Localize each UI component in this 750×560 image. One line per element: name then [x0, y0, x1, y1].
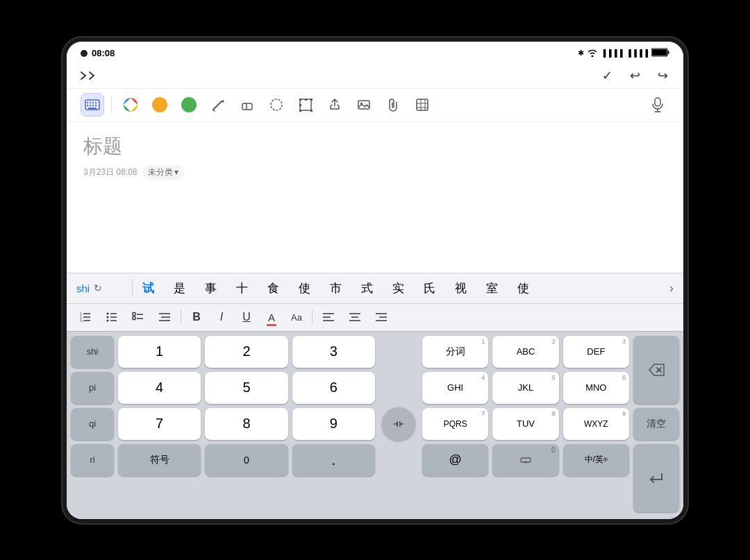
battery-icon	[651, 48, 669, 58]
key-6[interactable]: 6	[292, 372, 375, 404]
list-numbered-button[interactable]: 1. 2. 3.	[74, 307, 97, 328]
svg-line-4	[81, 76, 85, 79]
key-enter[interactable]	[633, 444, 679, 512]
green-color-button[interactable]	[177, 93, 201, 117]
note-category-tag[interactable]: 未分类 ▾	[142, 165, 184, 180]
transform-button[interactable]	[294, 93, 317, 117]
bold-button[interactable]: B	[185, 307, 208, 328]
key-ghi[interactable]: 3 DEF	[563, 336, 629, 368]
svg-line-19	[213, 110, 215, 111]
ime-candidate-3[interactable]: 十	[226, 280, 258, 296]
check-button[interactable]: ✓	[597, 66, 617, 85]
key-at[interactable]: @	[422, 444, 488, 476]
key-tuv[interactable]: 7 PQRS	[422, 408, 488, 440]
svg-line-18	[213, 101, 222, 110]
align-right-button[interactable]	[369, 307, 393, 328]
svg-rect-1	[652, 49, 667, 56]
svg-rect-8	[87, 102, 88, 103]
key-mno[interactable]: 5 JKL	[492, 372, 558, 404]
redo-button[interactable]: ↪	[653, 66, 672, 85]
key-def[interactable]: 2 ABC	[492, 336, 558, 368]
font-color-button[interactable]: A	[260, 307, 283, 328]
indent-button[interactable]	[153, 307, 176, 328]
finger-tool-button[interactable]	[323, 93, 347, 117]
key-space[interactable]: 0	[492, 444, 558, 476]
underline-button[interactable]: U	[235, 307, 258, 328]
eraser-button[interactable]	[235, 93, 259, 117]
ime-candidate-4[interactable]: 食	[258, 280, 289, 296]
svg-point-48	[107, 316, 109, 319]
svg-line-3	[81, 72, 85, 76]
top-action-toolbar: ✓ ↩ ↪	[67, 64, 683, 89]
undo-button[interactable]: ↩	[625, 66, 644, 85]
svg-rect-14	[92, 105, 94, 106]
svg-rect-24	[299, 99, 301, 101]
pinyin-qi[interactable]: qi	[71, 408, 114, 440]
svg-rect-28	[299, 110, 301, 112]
key-delete[interactable]	[633, 336, 679, 404]
key-pqrs[interactable]: 6 MNO	[563, 372, 629, 404]
key-abc[interactable]: 1 分词	[422, 336, 488, 368]
ime-candidate-8[interactable]: 实	[383, 280, 414, 296]
key-7[interactable]: 7	[118, 408, 201, 440]
palette-button[interactable]	[119, 93, 142, 117]
svg-point-50	[107, 320, 109, 322]
pinyin-ri[interactable]: ri	[71, 444, 114, 476]
ime-candidate-5[interactable]: 使	[289, 280, 320, 296]
ime-candidate-12[interactable]: 使	[508, 280, 539, 296]
ime-candidate-11[interactable]: 室	[476, 280, 508, 296]
key-clear[interactable]: 清空	[633, 408, 679, 440]
attach-button[interactable]	[381, 93, 405, 117]
texture-button[interactable]	[410, 93, 434, 117]
key-8[interactable]: 8	[205, 408, 288, 440]
key-jkl[interactable]: 4 GHI	[422, 372, 488, 404]
image-insert-button[interactable]	[352, 93, 376, 117]
pencil-button[interactable]	[206, 93, 230, 117]
svg-rect-29	[310, 110, 312, 112]
dropdown-arrow: ▾	[174, 167, 178, 177]
list-check-button[interactable]	[126, 307, 150, 328]
ime-candidate-1[interactable]: 是	[164, 280, 195, 296]
note-content-area[interactable]: 标题 3月23日 08:08 未分类 ▾	[67, 122, 683, 273]
font-size-button[interactable]: Aa	[285, 307, 308, 328]
align-center-button[interactable]	[343, 307, 367, 328]
key-symbols[interactable]: 符号	[118, 444, 201, 476]
key-4[interactable]: 4	[118, 372, 201, 404]
key-lang[interactable]: 中/英®	[563, 444, 629, 476]
ime-candidate-6[interactable]: 市	[320, 280, 351, 296]
svg-rect-26	[310, 99, 312, 101]
keyboard-bottom-spacer	[67, 512, 683, 519]
ime-suggestion-bar: shi ↻ 试 是 事 十 食 使 市 式 实 氏 视 室 使 ›	[67, 273, 683, 303]
key-1[interactable]: 1	[118, 336, 201, 368]
key-0[interactable]: 0	[205, 444, 288, 476]
key-2[interactable]: 2	[205, 336, 288, 368]
key-wxyz2[interactable]: 9 WXYZ	[563, 408, 629, 440]
align-left-button[interactable]	[317, 307, 340, 328]
lasso-button[interactable]	[265, 93, 288, 117]
keyboard-tool-button[interactable]	[81, 93, 104, 117]
list-bullet-button[interactable]	[100, 307, 124, 328]
key-9[interactable]: 9	[292, 408, 375, 440]
ime-candidate-7[interactable]: 式	[351, 280, 383, 296]
key-3[interactable]: 3	[292, 336, 375, 368]
pinyin-shi[interactable]: shi	[71, 336, 114, 368]
ime-more-button[interactable]: ›	[662, 281, 681, 296]
key-wxyz[interactable]: 8 TUV	[492, 408, 558, 440]
ime-candidate-2[interactable]: 事	[195, 280, 226, 296]
ime-refresh-icon[interactable]: ↻	[94, 282, 102, 294]
collapse-button[interactable]	[78, 66, 97, 85]
signal-icon: ▐▐▐▐	[601, 49, 623, 57]
ime-candidate-0[interactable]: 试	[133, 280, 164, 296]
ime-candidate-10[interactable]: 视	[445, 280, 476, 296]
svg-rect-11	[95, 102, 97, 103]
voice-button[interactable]	[646, 93, 669, 117]
ime-candidate-9[interactable]: 氏	[414, 280, 445, 296]
svg-point-22	[271, 99, 282, 110]
bluetooth-icon: ✱	[578, 49, 584, 58]
orange-color-button[interactable]	[148, 93, 172, 117]
key-5[interactable]: 5	[205, 372, 288, 404]
mic-center-button[interactable]	[382, 407, 415, 441]
key-dot[interactable]: .	[292, 444, 375, 476]
pinyin-pi[interactable]: pi	[71, 372, 114, 404]
italic-button[interactable]: I	[210, 307, 233, 328]
